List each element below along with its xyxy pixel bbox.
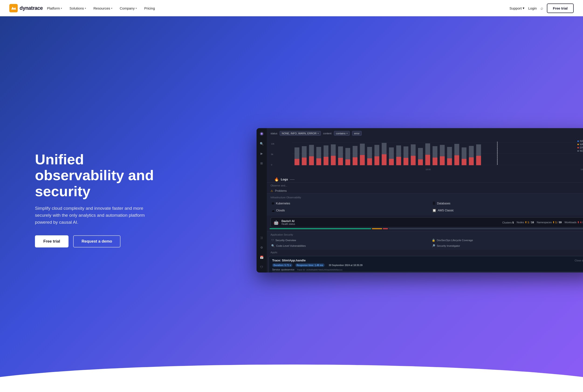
error-filter-chip[interactable]: error xyxy=(352,131,362,136)
svg-rect-49 xyxy=(447,158,452,165)
logs-section: 🔥 Logs —— xyxy=(270,175,583,182)
nav-right: Support ▾ Login ⌕ Free trial xyxy=(509,4,574,13)
svg-rect-7 xyxy=(295,159,300,165)
vulnerability-icon: 🔍 xyxy=(271,244,275,248)
logs-chart: 10k 5k 0 INFO xyxy=(270,138,583,175)
content-filter-chip[interactable]: contains ▾ xyxy=(334,131,350,136)
svg-rect-9 xyxy=(302,158,307,165)
logs-panel: status NONE, INFO, WARN, ERROR ▾ content… xyxy=(267,128,583,183)
trace-meta: Duration: 5.71 s Response time: 1.49 ms … xyxy=(272,264,583,267)
arrow-icon: —— xyxy=(290,178,295,181)
svg-rect-23 xyxy=(353,157,358,165)
database-icon: 🗄 xyxy=(432,202,436,205)
svg-rect-45 xyxy=(432,158,437,165)
trace-service: Service: quoteservice Trace ID: 1635d5ab… xyxy=(272,268,583,271)
svg-rect-47 xyxy=(440,156,445,165)
chevron-down-icon: ▾ xyxy=(61,7,62,10)
hero-subtitle: Simplify cloud complexity and innovate f… xyxy=(35,205,158,226)
legend-info: INFO xyxy=(577,140,583,142)
hero-buttons: Free trial Request a demo xyxy=(35,235,158,248)
nav-item-solutions[interactable]: Solutions ▾ xyxy=(66,4,89,12)
trace-title: Trace: Slim\App.handle xyxy=(272,258,306,262)
chart-svg xyxy=(273,140,583,168)
dashboard-mockup: 🔍 ▶ ⊞ ⟩⟩ ⚙ 📅 🛡 status NONE, xyxy=(256,128,583,272)
sidebar-expand-icon[interactable]: ⟩⟩ xyxy=(259,235,264,240)
sidebar-settings-icon[interactable]: ⚙ xyxy=(259,245,264,250)
problems-label: Problems xyxy=(275,189,287,192)
metric-nodes: Nodes ⬆ 1 / 16 xyxy=(517,221,534,224)
appsec-investigator: 🔎 Security Investigator xyxy=(431,244,583,248)
logs-title: Logs xyxy=(281,178,288,181)
chart-legend: INFO WARN ERROR xyxy=(577,140,583,152)
hero-title: Unified observability and security xyxy=(35,152,158,199)
nav-item-company[interactable]: Company ▾ xyxy=(117,4,140,12)
svg-rect-15 xyxy=(324,157,329,165)
sidebar-grid-icon[interactable]: ⊞ xyxy=(259,160,264,166)
infra-title: Infrastructure Observability xyxy=(270,196,583,199)
nav-item-pricing[interactable]: Pricing xyxy=(141,4,158,12)
status-filter-chip[interactable]: NONE, INFO, WARN, ERROR ▾ xyxy=(280,131,321,136)
svg-rect-27 xyxy=(367,158,372,165)
legend-error: ERROR xyxy=(577,146,583,149)
nav-item-resources[interactable]: Resources ▾ xyxy=(90,4,116,12)
nav-logo[interactable]: dynatrace xyxy=(9,4,43,12)
trace-header: Trace: Slim\App.handle Close details xyxy=(272,258,583,262)
svg-rect-21 xyxy=(345,160,350,165)
svg-rect-35 xyxy=(396,157,401,165)
svg-rect-37 xyxy=(404,158,408,165)
nav-item-platform[interactable]: Platform ▾ xyxy=(44,4,65,12)
svg-rect-41 xyxy=(418,160,423,165)
nav-support[interactable]: Support ▾ xyxy=(509,6,524,10)
trace-response-badge: Response time: 1.49 ms xyxy=(295,264,325,267)
nav-left: dynatrace Platform ▾ Solutions ▾ Resourc… xyxy=(9,4,158,12)
filter-row: status NONE, INFO, WARN, ERROR ▾ content… xyxy=(270,131,583,136)
chevron-down-icon: ▾ xyxy=(85,7,86,10)
sidebar-calendar-icon[interactable]: 📅 xyxy=(259,254,264,260)
status-filter-label: status xyxy=(270,132,277,135)
sidebar-logo-icon xyxy=(259,131,264,137)
observe-section: Observe and... xyxy=(267,183,583,188)
svg-rect-11 xyxy=(309,156,314,165)
security-icon: 🛡 xyxy=(271,238,274,242)
svg-rect-51 xyxy=(454,155,459,165)
chevron-down-icon: ▾ xyxy=(523,6,524,10)
svg-rect-19 xyxy=(338,158,343,165)
svg-rect-25 xyxy=(360,155,365,165)
problems-row: ⚠ Problems xyxy=(267,188,583,194)
dashboard-main: status NONE, INFO, WARN, ERROR ▾ content… xyxy=(267,128,583,272)
davis-metrics: Clusters 5 Nodes ⬆ 1 / 16 Namespaces ⬆ 1… xyxy=(502,221,583,224)
nav-login[interactable]: Login xyxy=(528,6,537,10)
sidebar-shield-icon[interactable]: 🛡 xyxy=(259,264,264,270)
logo-text: dynatrace xyxy=(20,5,43,11)
chart-y-labels: 10k 5k 0 xyxy=(271,143,274,166)
sidebar-search-icon[interactable]: 🔍 xyxy=(259,141,264,146)
hero-demo-button[interactable]: Request a demo xyxy=(73,235,120,248)
hero-free-trial-button[interactable]: Free trial xyxy=(35,235,69,248)
metric-namespaces: Namespaces ⬆ 1 / 59 xyxy=(537,221,562,224)
appsec-grid: 🛡 Security Overview 🔒 DevSecOps Lifecycl… xyxy=(270,238,583,248)
investigator-icon: 🔎 xyxy=(432,244,435,248)
legend-none: NONE xyxy=(577,150,583,152)
svg-rect-33 xyxy=(389,159,394,165)
search-icon[interactable]: ⌕ xyxy=(541,6,543,11)
appsec-devsecops: 🔒 DevSecOps Lifecycle Coverage xyxy=(431,238,583,242)
metric-clusters: Clusters 5 xyxy=(502,221,514,224)
infra-section: Infrastructure Observability ☸ Kubernete… xyxy=(267,194,583,216)
trace-search-bar: 38 spans Search name, endpoint, service,… xyxy=(272,272,583,272)
dashboard-sidebar: 🔍 ▶ ⊞ ⟩⟩ ⚙ 📅 🛡 xyxy=(256,128,267,272)
svg-rect-29 xyxy=(375,156,379,165)
davis-icon: 🤖 xyxy=(273,220,279,225)
free-trial-button[interactable]: Free trial xyxy=(547,4,574,13)
appsec-title: Application Security xyxy=(270,233,583,236)
warning-icon: ⚠ xyxy=(270,189,273,192)
logs-icon: 🔥 xyxy=(274,177,279,182)
kubernetes-icon: ☸ xyxy=(271,202,274,205)
sidebar-play-icon[interactable]: ▶ xyxy=(259,150,264,156)
close-details-button[interactable]: Close details xyxy=(574,259,583,262)
infra-item-aws: 🔲 AWS Classic xyxy=(431,208,583,213)
hero-dashboard: 🔍 ▶ ⊞ ⟩⟩ ⚙ 📅 🛡 status NONE, xyxy=(256,128,583,272)
trace-duration-badge: Duration: 5.71 s xyxy=(272,264,293,267)
cloud-icon: ☁ xyxy=(271,208,275,212)
devsecops-icon: 🔒 xyxy=(432,238,435,242)
dropdown-arrow-icon: ▾ xyxy=(318,132,319,134)
